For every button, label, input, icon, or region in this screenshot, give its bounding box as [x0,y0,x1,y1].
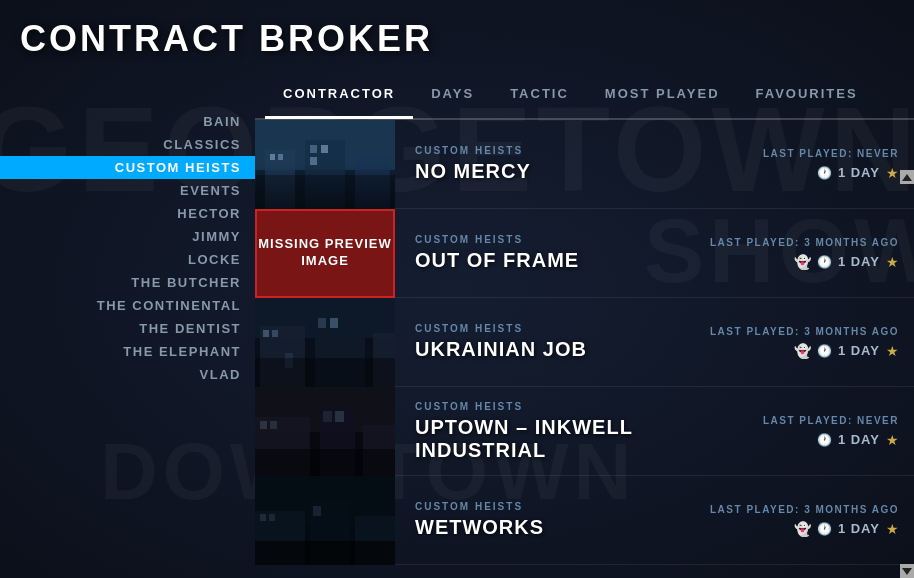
timer-icon: 🕐 [817,344,832,358]
thumb-art-wetworks [255,476,395,565]
sidebar-item-the-continental[interactable]: THE CONTINENTAL [0,294,255,317]
ghost-icon: 👻 [794,521,811,537]
tab-tactic[interactable]: TACTIC [492,71,587,119]
star-icon[interactable]: ★ [886,521,899,537]
heist-stats: 👻🕐1 DAY★ [694,343,899,359]
sidebar-item-classics[interactable]: CLASSICS [0,133,255,156]
heist-meta-wetworks: LAST PLAYED: 3 MONTHS AGO👻🕐1 DAY★ [694,504,914,537]
tab-days[interactable]: DAYS [413,71,492,119]
heist-row-no-mercy[interactable]: CUSTOM HEISTSNO MERCYLAST PLAYED: NEVER🕐… [255,120,914,209]
heist-thumb-no-mercy [255,120,395,209]
sidebar-item-events[interactable]: EVENTS [0,179,255,202]
svg-rect-31 [255,449,395,476]
ghost-icon: 👻 [794,254,811,270]
svg-rect-18 [318,318,326,328]
main-container: CONTRACT BROKER BAINCLASSICSCUSTOM HEIST… [0,0,914,578]
missing-preview-box: Missing Preview Image [255,209,395,298]
sidebar-item-hector[interactable]: HECTOR [0,202,255,225]
heist-category: CUSTOM HEISTS [415,501,674,512]
svg-rect-21 [255,358,395,387]
svg-rect-40 [255,541,395,565]
star-icon[interactable]: ★ [886,343,899,359]
last-played: LAST PLAYED: 3 MONTHS AGO [694,504,899,515]
star-icon[interactable]: ★ [886,432,899,448]
tabs-row: CONTRACTORDAYSTACTICMOST PLAYEDFAVOURITE… [255,70,914,120]
svg-rect-4 [355,155,390,209]
svg-rect-19 [330,318,338,328]
heist-info-no-mercy: CUSTOM HEISTSNO MERCY [395,145,694,183]
right-panel: CONTRACTORDAYSTACTICMOST PLAYEDFAVOURITE… [255,70,914,578]
svg-rect-10 [255,175,395,209]
header: CONTRACT BROKER [0,0,914,70]
svg-rect-7 [310,145,317,153]
sidebar-item-the-elephant[interactable]: THE ELEPHANT [0,340,255,363]
star-icon[interactable]: ★ [886,254,899,270]
svg-rect-16 [263,330,269,337]
svg-rect-0 [255,120,395,209]
svg-rect-1 [255,170,395,209]
last-played: LAST PLAYED: 3 MONTHS AGO [694,237,899,248]
sidebar: BAINCLASSICSCUSTOM HEISTSEVENTSHECTORJIM… [0,70,255,578]
heist-meta-out-of-frame: LAST PLAYED: 3 MONTHS AGO👻🕐1 DAY★ [694,237,914,270]
svg-rect-9 [310,157,317,165]
tab-contractor[interactable]: CONTRACTOR [265,71,413,119]
heist-stats: 👻🕐1 DAY★ [694,521,899,537]
timer-icon: 🕐 [817,255,832,269]
scroll-up[interactable] [900,170,914,184]
tab-favourites[interactable]: FAVOURITES [738,71,876,119]
sidebar-item-locke[interactable]: LOCKE [0,248,255,271]
svg-rect-8 [321,145,328,153]
heist-name: WETWORKS [415,516,674,539]
heist-meta-no-mercy: LAST PLAYED: NEVER🕐1 DAY★ [694,148,914,181]
last-played: LAST PLAYED: 3 MONTHS AGO [694,326,899,337]
tab-most-played[interactable]: MOST PLAYED [587,71,738,119]
time-value: 1 DAY [838,521,880,536]
timer-icon: 🕐 [817,433,832,447]
heist-stats: 👻🕐1 DAY★ [694,254,899,270]
svg-rect-6 [278,154,283,160]
sidebar-item-vlad[interactable]: VLAD [0,363,255,386]
time-value: 1 DAY [838,432,880,447]
sidebar-item-the-butcher[interactable]: THE BUTCHER [0,271,255,294]
heist-row-ukrainian-job[interactable]: CUSTOM HEISTSUKRAINIAN JOBLAST PLAYED: 3… [255,298,914,387]
heist-name: NO MERCY [415,160,674,183]
heist-stats: 🕐1 DAY★ [694,165,899,181]
svg-rect-30 [335,411,344,422]
heist-info-out-of-frame: CUSTOM HEISTSOUT OF FRAME [395,234,694,272]
heist-meta-ukrainian-job: LAST PLAYED: 3 MONTHS AGO👻🕐1 DAY★ [694,326,914,359]
heist-thumb-wetworks [255,476,395,565]
heist-category: CUSTOM HEISTS [415,145,674,156]
heist-thumb-uptown [255,387,395,476]
heist-info-wetworks: CUSTOM HEISTSWETWORKS [395,501,694,539]
heist-list[interactable]: CUSTOM HEISTSNO MERCYLAST PLAYED: NEVER🕐… [255,120,914,578]
heist-thumb-ukrainian-job [255,298,395,387]
svg-rect-5 [270,154,275,160]
heist-stats: 🕐1 DAY★ [694,432,899,448]
sidebar-item-the-dentist[interactable]: THE DENTIST [0,317,255,340]
sidebar-item-bain[interactable]: BAIN [0,110,255,133]
time-value: 1 DAY [838,165,880,180]
svg-rect-28 [270,421,277,429]
heist-info-ukrainian-job: CUSTOM HEISTSUKRAINIAN JOB [395,323,694,361]
svg-rect-38 [269,514,275,521]
heist-row-uptown[interactable]: CUSTOM HEISTSUPTOWN – INKWELL INDUSTRIAL… [255,387,914,476]
thumb-art-ukrainian-job [255,298,395,387]
app-title: CONTRACT BROKER [20,18,894,60]
svg-rect-37 [260,514,266,521]
heist-info-uptown: CUSTOM HEISTSUPTOWN – INKWELL INDUSTRIAL [395,401,694,462]
last-played: LAST PLAYED: NEVER [694,148,899,159]
scroll-down[interactable] [900,564,914,578]
sidebar-item-jimmy[interactable]: JIMMY [0,225,255,248]
time-value: 1 DAY [838,254,880,269]
heist-name: OUT OF FRAME [415,249,674,272]
missing-preview-text: Missing Preview Image [258,236,391,270]
star-icon[interactable]: ★ [886,165,899,181]
svg-rect-39 [313,506,321,516]
svg-rect-29 [323,411,332,422]
timer-icon: 🕐 [817,166,832,180]
sidebar-item-custom-heists[interactable]: CUSTOM HEISTS [0,156,255,179]
last-played: LAST PLAYED: NEVER [694,415,899,426]
timer-icon: 🕐 [817,522,832,536]
heist-row-out-of-frame[interactable]: Missing Preview ImageCUSTOM HEISTSOUT OF… [255,209,914,298]
heist-row-wetworks[interactable]: CUSTOM HEISTSWETWORKSLAST PLAYED: 3 MONT… [255,476,914,565]
